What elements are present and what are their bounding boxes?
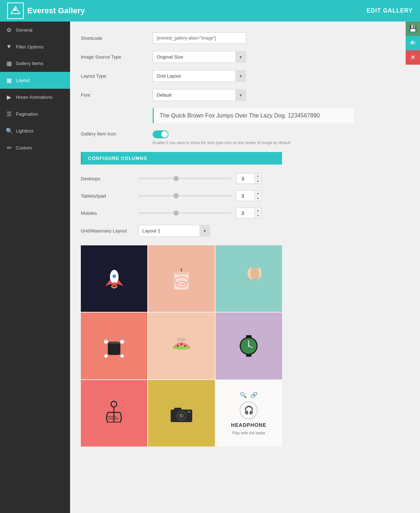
mobiles-down[interactable]: ▼: [255, 213, 261, 218]
mobiles-row: Mobiles ▲ ▼: [81, 208, 282, 218]
svg-point-26: [177, 338, 179, 339]
image-source-row: Image Source Type Original Size Medium S…: [81, 51, 409, 63]
headphone-icon: 🎧: [244, 406, 254, 415]
layout-type-select[interactable]: Grid Layout Masonry Layout Justified Lay…: [153, 70, 246, 82]
tablets-input[interactable]: [236, 191, 254, 201]
svg-point-52: [179, 413, 184, 418]
pencil-icon: ✏: [6, 144, 12, 151]
tablets-row: Tablets/Ipad ▲ ▼: [81, 190, 282, 201]
headphone-subtitle: Play with the beats: [232, 431, 265, 435]
tablets-up[interactable]: ▲: [255, 191, 261, 196]
edit-gallery-label: EDIT GALLERY: [366, 8, 413, 14]
image-source-wrapper: Original Size Medium Size Large Size Thu…: [153, 51, 246, 63]
font-preview: The Quick Brown Fox Jumps Over The Lazy …: [153, 108, 354, 123]
svg-point-23: [177, 345, 179, 347]
sidebar-item-label: Filter Options: [16, 44, 43, 50]
gallery-grid-preview: MAKING SUMMER: [81, 245, 282, 447]
sidebar-item-filter[interactable]: ▼ Filter Options: [0, 38, 70, 55]
desktops-input[interactable]: [236, 174, 254, 184]
svg-point-19: [120, 354, 124, 358]
svg-point-41: [248, 345, 249, 347]
grid-masonry-wrapper: Layout 1 Layout 2 Layout 3 ▼: [138, 225, 210, 237]
headphone-title: HEADPHONE: [231, 422, 266, 428]
hover-icon: ▶: [6, 94, 12, 101]
sidebar: ⚙ General ▼ Filter Options ▦ Gallery Ite…: [0, 22, 70, 513]
svg-point-29: [183, 338, 184, 339]
svg-point-6: [112, 274, 116, 278]
desktops-up[interactable]: ▲: [255, 174, 261, 179]
sidebar-item-general[interactable]: ⚙ General: [0, 22, 70, 38]
layout-type-row: Layout Type Grid Layout Masonry Layout J…: [81, 70, 409, 82]
gallery-item-inner: [81, 245, 147, 312]
gallery-icon-toggle[interactable]: [153, 130, 169, 138]
close-button[interactable]: ✕: [406, 50, 420, 65]
gallery-item-headphone: 🔍 🔗 🎧 HEADPHONE Play with the beats: [216, 380, 282, 447]
logo-icon: [7, 3, 24, 19]
configure-columns-header: CONFIGURE COLUMNS: [81, 152, 282, 165]
gallery-item: MAKING SUMMER: [81, 380, 147, 447]
headphone-overlay: 🔍 🔗 🎧 HEADPHONE Play with the beats: [216, 380, 282, 447]
tablets-down[interactable]: ▼: [255, 196, 261, 201]
gallery-item-inner: [148, 245, 214, 312]
desktops-down[interactable]: ▼: [255, 179, 261, 184]
gallery-icon-row: Gallery Item Icon Enable if you want to …: [81, 130, 409, 145]
save-button[interactable]: 💾: [406, 22, 420, 36]
image-source-control: Original Size Medium Size Large Size Thu…: [153, 51, 296, 63]
tablets-slider[interactable]: [138, 195, 232, 197]
desktops-slider[interactable]: [138, 178, 232, 179]
gallery-item: [148, 380, 214, 447]
save-icon: 💾: [409, 25, 417, 33]
svg-point-5: [111, 282, 117, 286]
toggle-wrapper: Enable if you want to show the item type…: [153, 130, 290, 145]
preview-icon: 👁: [410, 40, 416, 47]
gear-icon: ⚙: [6, 27, 12, 33]
layout-type-label: Layout Type: [81, 73, 153, 79]
gallery-item-inner: [216, 313, 282, 379]
mobiles-input[interactable]: [236, 208, 254, 218]
layout-type-wrapper: Grid Layout Masonry Layout Justified Lay…: [153, 70, 246, 82]
layout-type-control: Grid Layout Masonry Layout Justified Lay…: [153, 70, 296, 82]
sidebar-item-lightbox[interactable]: 🔍 Lightbox: [0, 123, 70, 139]
font-select[interactable]: Default Arial Georgia: [153, 89, 246, 101]
svg-point-33: [181, 340, 183, 341]
logo: Everest Gallery: [7, 3, 85, 19]
gallery-item-inner: [148, 313, 214, 379]
svg-point-24: [181, 343, 182, 345]
grid-masonry-select[interactable]: Layout 1 Layout 2 Layout 3: [138, 225, 210, 237]
image-source-label: Image Source Type: [81, 54, 153, 60]
sidebar-item-hover[interactable]: ▶ Hover Animations: [0, 89, 70, 106]
shortcode-input[interactable]: [153, 32, 246, 44]
mobiles-up[interactable]: ▲: [255, 208, 261, 213]
zoom-icon[interactable]: 🔍: [240, 392, 247, 398]
sidebar-item-custom[interactable]: ✏ Custom: [0, 139, 70, 156]
gallery-item: [81, 245, 147, 312]
overlay-action-icons: 🔍 🔗: [240, 392, 258, 398]
mobiles-slider[interactable]: [138, 212, 232, 214]
svg-point-32: [180, 340, 181, 341]
grid-masonry-row: Grid/Masonary Layout Layout 1 Layout 2 L…: [81, 225, 282, 237]
svg-text:SUMMER: SUMMER: [108, 417, 119, 420]
gallery-item: [216, 313, 282, 379]
svg-point-18: [104, 354, 108, 358]
gallery-item-inner: MAKING SUMMER: [81, 380, 147, 447]
sidebar-item-gallery-items[interactable]: ▦ Gallery Items: [0, 55, 70, 72]
logo-text: Everest Gallery: [27, 6, 85, 15]
gallery-icon: ▦: [6, 60, 12, 67]
gallery-icon-label: Gallery Item Icon: [81, 130, 153, 137]
image-source-select[interactable]: Original Size Medium Size Large Size Thu…: [153, 51, 246, 63]
preview-button[interactable]: 👁: [406, 36, 420, 50]
svg-point-28: [181, 338, 182, 339]
svg-point-31: [178, 340, 179, 341]
mobiles-arrows: ▲ ▼: [254, 208, 261, 218]
filter-icon: ▼: [6, 43, 12, 50]
sidebar-item-pagination[interactable]: ☰ Pagination: [0, 106, 70, 123]
link-icon[interactable]: 🔗: [250, 392, 258, 398]
gallery-item: [148, 245, 214, 312]
sidebar-item-layout[interactable]: ▦ Layout: [0, 72, 70, 89]
pagination-icon: ☰: [6, 111, 12, 117]
sidebar-item-label: Hover Animations: [16, 94, 52, 100]
layout-icon: ▦: [6, 77, 12, 84]
mobiles-label: Mobiles: [81, 211, 138, 216]
sidebar-item-label: Custom: [16, 145, 32, 151]
gallery-item-inner: [148, 380, 214, 447]
